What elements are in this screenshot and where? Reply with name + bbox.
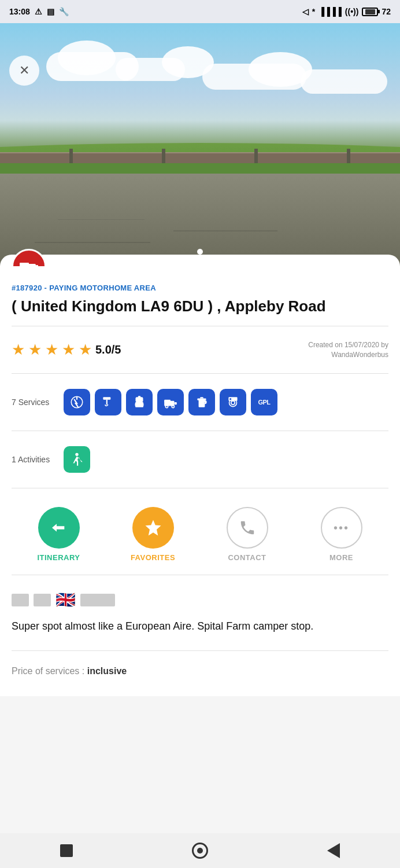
nav-stop-button[interactable] <box>56 840 77 861</box>
divider-2 <box>12 373 388 374</box>
divider-1 <box>12 326 388 326</box>
price-row: Price of services : inclusive <box>12 658 388 685</box>
signal-icon: ▐▐▐▐ <box>318 7 342 16</box>
created-info: Created on 15/07/2020 by WandaWonderbus <box>308 340 388 360</box>
svg-rect-1 <box>20 263 29 266</box>
rating-score: 5.0/5 <box>95 343 121 356</box>
nav-stop-icon <box>60 844 73 857</box>
activities-row: 1 Activities <box>12 438 388 481</box>
more-button[interactable]: ••• MORE <box>318 507 365 562</box>
divider-4 <box>12 488 388 488</box>
svg-rect-10 <box>138 396 140 398</box>
contact-button[interactable]: CONTACT <box>224 507 271 562</box>
price-label: Price of services <box>12 666 79 676</box>
star-2: ★ <box>28 341 42 359</box>
svg-point-21 <box>231 401 235 405</box>
time: 13:08 <box>9 7 30 16</box>
rating-row: ★ ★ ★ ★ ★ 5.0/5 Created on 15/07/2020 by… <box>12 333 388 367</box>
star-5: ★ <box>79 341 92 359</box>
svg-marker-25 <box>52 524 64 532</box>
favorites-icon <box>143 517 164 538</box>
activities-label: 1 Activities <box>12 455 58 464</box>
service-icon-gpl: GPL <box>251 389 277 415</box>
services-label: 7 Services <box>12 398 58 407</box>
gravel-line-3 <box>173 230 277 231</box>
more-circle: ••• <box>321 507 362 549</box>
close-button[interactable]: ✕ <box>9 56 39 86</box>
itinerary-icon <box>50 518 68 537</box>
services-row: 7 Services ↓ <box>12 381 388 424</box>
svg-rect-12 <box>164 400 171 402</box>
gravel-line-1 <box>35 242 150 243</box>
location-icon: ◁ <box>302 7 309 16</box>
flag-bar-1 <box>12 594 29 606</box>
created-by: WandaWonderbus <box>308 350 388 360</box>
star-3: ★ <box>45 341 58 359</box>
svg-point-24 <box>75 453 78 456</box>
location-tag: #187920 - PAYING MOTORHOME AREA <box>12 284 388 292</box>
stars-group: ★ ★ ★ ★ ★ 5.0/5 <box>12 341 121 359</box>
star-4: ★ <box>62 341 75 359</box>
cloud-7 <box>301 69 387 94</box>
hero-image: ✕ <box>0 23 400 266</box>
contact-label: CONTACT <box>228 553 266 562</box>
service-icon-electricity <box>64 389 90 415</box>
svg-rect-4 <box>36 265 38 266</box>
gravel-line-2 <box>58 219 145 220</box>
nav-back-icon <box>327 843 340 858</box>
review-text: Super spot almost like a European Aire. … <box>12 615 388 643</box>
created-on: Created on 15/07/2020 by <box>308 340 388 350</box>
svg-rect-8 <box>106 400 108 405</box>
flag-bar-2 <box>34 594 51 606</box>
dot-indicator <box>197 249 203 255</box>
svg-point-14 <box>165 406 168 408</box>
svg-point-15 <box>172 406 174 408</box>
grass-strip <box>0 163 400 175</box>
place-title: ( United Kingdom LA9 6DU ) , Appleby Roa… <box>12 297 388 317</box>
favorites-label: FAVORITES <box>131 553 175 562</box>
itinerary-circle <box>38 507 80 549</box>
bluetooth-icon: * <box>312 7 315 16</box>
status-right: ◁ * ▐▐▐▐ ((•)) 72 <box>302 7 391 16</box>
favorites-button[interactable]: FAVORITES <box>130 507 176 562</box>
svg-rect-13 <box>175 402 177 404</box>
divider-5 <box>12 575 388 575</box>
contact-circle <box>227 507 268 549</box>
service-icon-toilet <box>126 389 153 415</box>
battery-percent: 72 <box>382 7 391 16</box>
uk-flag: 🇬🇧 <box>55 590 76 609</box>
more-label: MORE <box>329 553 353 562</box>
service-icon-motorhome <box>157 389 184 415</box>
nav-home-icon <box>192 843 208 859</box>
nav-home-button[interactable] <box>190 840 210 861</box>
content-card: #187920 - PAYING MOTORHOME AREA ( United… <box>0 255 400 696</box>
price-separator: : <box>82 666 87 676</box>
service-icon-water <box>95 389 121 415</box>
svg-rect-9 <box>136 398 143 403</box>
activity-icon-hiking <box>64 446 90 473</box>
contact-icon <box>239 519 256 536</box>
nav-back-button[interactable] <box>323 840 344 861</box>
divider-6 <box>12 650 388 651</box>
star-1: ★ <box>12 341 25 359</box>
itinerary-button[interactable]: ITINERARY <box>36 507 82 562</box>
price-value: inclusive <box>87 666 127 676</box>
service-icon-laundry <box>220 389 246 415</box>
status-bar: 13:08 ⚠ ▤ 🔧 ◁ * ▐▐▐▐ ((•)) 72 <box>0 0 400 23</box>
svg-rect-7 <box>103 398 110 400</box>
divider-3 <box>12 431 388 431</box>
document-icon: ▤ <box>47 7 54 16</box>
svg-rect-17 <box>197 399 206 400</box>
action-buttons: ITINERARY FAVORITES CONTACT ••• <box>12 495 388 568</box>
nav-home-inner <box>197 848 203 854</box>
itinerary-label: ITINERARY <box>37 553 80 562</box>
motorhome-icon <box>18 258 39 266</box>
warning-icon: ⚠ <box>35 7 42 16</box>
cloud-2 <box>58 41 116 75</box>
dot-active <box>197 249 203 255</box>
flag-bar-3 <box>80 594 115 606</box>
svg-point-23 <box>229 398 231 400</box>
service-icons: ↓ GPL <box>64 389 277 415</box>
status-left: 13:08 ⚠ ▤ 🔧 <box>9 7 69 16</box>
bottom-nav <box>0 833 400 868</box>
